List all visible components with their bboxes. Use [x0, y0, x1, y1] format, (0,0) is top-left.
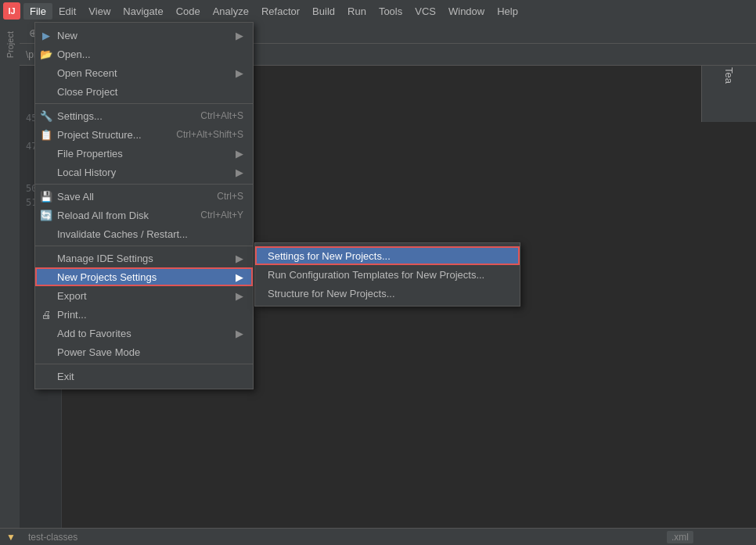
- tea-label: Tea: [723, 67, 735, 84]
- new-icon: ▶: [40, 29, 52, 41]
- export-arrow: ▶: [236, 290, 243, 302]
- menu-manage-ide[interactable]: Manage IDE Settings ▶: [35, 249, 253, 267]
- menu-item-vcs[interactable]: VCS: [409, 3, 442, 20]
- new-projects-arrow: ▶: [236, 271, 243, 283]
- menu-item-run[interactable]: Run: [341, 3, 373, 20]
- sep3: [35, 246, 253, 246]
- favorites-arrow: ▶: [236, 328, 243, 339]
- menu-item-window[interactable]: Window: [442, 3, 491, 20]
- menu-power-save[interactable]: Power Save Mode: [35, 342, 253, 361]
- bottom-folder-icon[interactable]: ▼: [6, 532, 16, 543]
- file-props-arrow: ▶: [236, 148, 243, 160]
- menu-add-favorites[interactable]: Add to Favorites ▶: [35, 324, 253, 342]
- folder-icon: 📂: [40, 48, 52, 60]
- bottom-bar: ▼ test-classes .xml: [0, 528, 756, 545]
- menu-item-code[interactable]: Code: [170, 3, 207, 20]
- open-recent-arrow: ▶: [236, 67, 243, 79]
- menu-local-history[interactable]: Local History ▶: [35, 163, 253, 181]
- bottom-test-classes: test-classes: [28, 532, 77, 543]
- menu-open-recent[interactable]: Open Recent ▶: [35, 63, 253, 82]
- menu-reload[interactable]: 🔄 Reload All from Disk Ctrl+Alt+Y: [35, 206, 253, 224]
- settings-shortcut: Ctrl+Alt+S: [200, 110, 243, 121]
- menu-item-help[interactable]: Help: [491, 3, 524, 20]
- new-arrow: ▶: [236, 30, 243, 41]
- menu-print[interactable]: 🖨 Print...: [35, 305, 253, 324]
- menu-save-all[interactable]: 💾 Save All Ctrl+S: [35, 187, 253, 206]
- sidebar-label: Project: [5, 31, 15, 58]
- local-history-arrow: ▶: [236, 167, 243, 178]
- print-icon: 🖨: [40, 308, 52, 321]
- xml-tab[interactable]: .xml: [667, 531, 693, 543]
- menu-item-build[interactable]: Build: [306, 3, 341, 20]
- menu-new-projects-settings[interactable]: New Projects Settings ▶: [35, 267, 253, 286]
- submenu-settings-new-projects[interactable]: Settings for New Projects...: [255, 246, 520, 265]
- manage-ide-arrow: ▶: [236, 253, 243, 264]
- menu-exit[interactable]: Exit: [35, 367, 253, 385]
- submenu-structure-new-projects[interactable]: Structure for New Projects...: [255, 284, 520, 303]
- menu-item-refactor[interactable]: Refactor: [255, 3, 306, 20]
- menu-file-properties[interactable]: File Properties ▶: [35, 144, 253, 163]
- menu-close-project[interactable]: Close Project: [35, 82, 253, 101]
- menu-item-view[interactable]: View: [82, 3, 117, 20]
- sep2: [35, 184, 253, 185]
- new-projects-submenu: Settings for New Projects... Run Configu…: [254, 242, 520, 307]
- save-icon: 💾: [40, 190, 52, 203]
- menu-item-navigate[interactable]: Navigate: [117, 3, 169, 20]
- menu-open[interactable]: 📂 Open...: [35, 45, 253, 63]
- menu-settings[interactable]: 🔧 Settings... Ctrl+Alt+S: [35, 106, 253, 125]
- menu-new[interactable]: ▶ New ▶: [35, 26, 253, 45]
- reload-icon: 🔄: [40, 209, 52, 221]
- sidebar: Project: [0, 22, 20, 545]
- menu-bar: IJ File Edit View Navigate Code Analyze …: [0, 0, 756, 22]
- menu-item-analyze[interactable]: Analyze: [207, 3, 255, 20]
- sep4: [35, 364, 253, 364]
- menu-project-structure[interactable]: 📋 Project Structure... Ctrl+Alt+Shift+S: [35, 125, 253, 144]
- save-all-shortcut: Ctrl+S: [217, 191, 243, 202]
- reload-shortcut: Ctrl+Alt+Y: [200, 210, 243, 221]
- structure-icon: 📋: [40, 128, 52, 141]
- file-dropdown-menu: ▶ New ▶ 📂 Open... Open Recent ▶ Close Pr…: [34, 22, 254, 389]
- app-icon: IJ: [3, 2, 20, 20]
- file-dropdown-overlay: ▶ New ▶ 📂 Open... Open Recent ▶ Close Pr…: [34, 22, 254, 389]
- sep1: [35, 103, 253, 104]
- menu-item-file[interactable]: File: [23, 3, 52, 20]
- submenu-run-config-templates[interactable]: Run Configuration Templates for New Proj…: [255, 265, 520, 284]
- menu-export[interactable]: Export ▶: [35, 286, 253, 305]
- menu-item-edit[interactable]: Edit: [52, 3, 82, 20]
- menu-invalidate[interactable]: Invalidate Caches / Restart...: [35, 224, 253, 243]
- menu-item-tools[interactable]: Tools: [373, 3, 409, 20]
- project-structure-shortcut: Ctrl+Alt+Shift+S: [176, 129, 243, 140]
- settings-icon: 🔧: [40, 109, 52, 122]
